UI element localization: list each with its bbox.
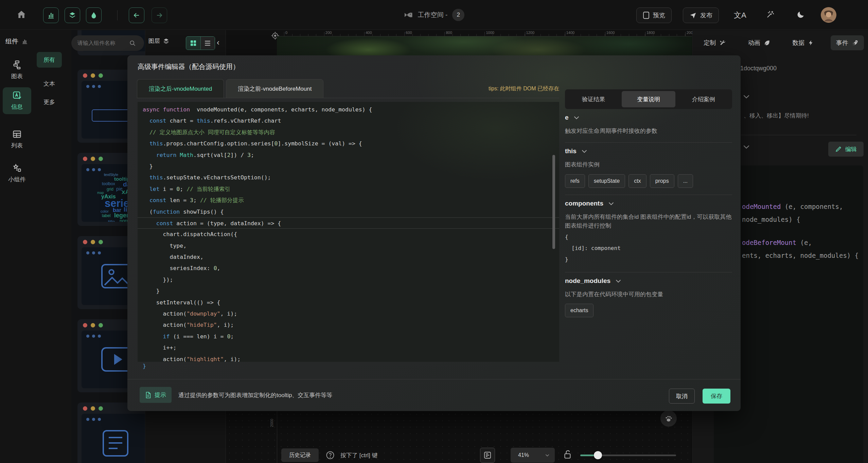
tab-vnode-mounted[interactable]: 渲染之后-vnodeMounted: [137, 79, 224, 98]
editor-scrollbar[interactable]: [552, 155, 555, 249]
section-description: 当前大屏内所有组件的集合id 图表组件中的配置id，可以获取其他图表组件进行控制: [565, 213, 732, 231]
code-fragment: odeMounted (e, components,: [742, 203, 843, 210]
avatar[interactable]: [821, 7, 836, 23]
edit-code-button[interactable]: 编辑: [828, 142, 864, 157]
code-line: this.setupState.vEchartsSetOption();: [138, 172, 559, 183]
zoom-level-select[interactable]: 41%: [511, 448, 555, 463]
lock-open-icon[interactable]: [563, 450, 572, 459]
category-text[interactable]: 文本: [37, 76, 62, 91]
chevron-down-icon[interactable]: [742, 142, 751, 151]
sidebar-item-list[interactable]: 列表: [3, 126, 31, 153]
section-header-node_modules[interactable]: node_modules: [565, 277, 732, 285]
save-button[interactable]: 保存: [703, 389, 730, 404]
sidebar-item-widgets[interactable]: 小组件: [3, 160, 31, 187]
tab-animation[interactable]: 动画: [743, 35, 776, 50]
tab-data[interactable]: 数据: [787, 35, 819, 50]
magic-wand-icon[interactable]: [765, 10, 775, 20]
send-icon: [689, 12, 697, 19]
help-circle-icon[interactable]: [325, 450, 335, 460]
layers-icon: [163, 38, 170, 44]
list-view-button[interactable]: [200, 37, 215, 50]
toolbar-divider: [117, 10, 118, 20]
pen-tool-button[interactable]: [86, 7, 102, 23]
ruler-tick-label: 200: [325, 31, 332, 35]
variable-tag[interactable]: ctx: [628, 174, 646, 188]
component-id-text: 1doctqwg000: [740, 65, 777, 72]
canvas-preview-map: [277, 36, 692, 56]
layers-label: 图层: [148, 37, 160, 45]
settings-tabs: 定制动画数据事件: [696, 33, 866, 53]
widget-icon: [12, 163, 22, 173]
tab-events[interactable]: 事件: [831, 35, 864, 50]
section-header-e[interactable]: e: [565, 114, 732, 121]
cloud-word: title: [108, 219, 115, 222]
tab-validation-result[interactable]: 验证结果: [567, 91, 620, 107]
tab-customize[interactable]: 定制: [698, 35, 731, 50]
section-tags: refssetupStatectxprops...: [565, 174, 732, 188]
layout-align-button[interactable]: [480, 448, 495, 463]
section-description: 触发对应生命周期事件时接收的参数: [565, 127, 732, 136]
layers-tool-button[interactable]: [65, 7, 80, 23]
closing-brace: }: [143, 363, 146, 369]
file-icon: [145, 392, 151, 398]
edit-label: 编辑: [845, 145, 857, 153]
category-all[interactable]: 所有: [37, 52, 62, 68]
tab-intro-examples[interactable]: 介绍案例: [677, 91, 730, 107]
collapse-panel-arrow[interactable]: ‹: [217, 38, 219, 47]
tab-variable-docs[interactable]: 变量说明: [622, 91, 675, 107]
variables-sections: e触发对应生命周期事件时接收的参数this图表组件实例refssetupStat…: [565, 114, 732, 317]
drop-icon: [90, 11, 98, 19]
code-line: });: [138, 274, 559, 285]
search-input[interactable]: [71, 40, 129, 46]
variable-tag[interactable]: refs: [565, 174, 585, 188]
component-card-document[interactable]: [77, 403, 145, 463]
left-nav-panel: 组件 图表信息列表小组件 所有文本更多: [0, 30, 71, 463]
home-icon[interactable]: [16, 10, 26, 20]
card-preview: [82, 414, 145, 463]
vertical-ruler: [277, 411, 277, 463]
zoom-value: 41%: [518, 452, 529, 458]
sidebar-item-label: 小组件: [8, 176, 26, 183]
history-button[interactable]: 历史记录: [281, 448, 319, 462]
fish-icon: [404, 11, 413, 19]
undo-button[interactable]: [129, 7, 144, 23]
tip-text: 通过提供的参数可为图表增加定制化的tooltip、交互事件等等: [178, 391, 332, 399]
slider-thumb[interactable]: [594, 451, 602, 459]
top-bar: 工作空间 - 2 预览 发布 文A: [0, 0, 868, 30]
tab-vnode-before-mount[interactable]: 渲染之前-vnodeBeforeMount: [226, 79, 323, 98]
publish-button[interactable]: 发布: [683, 7, 719, 23]
sidebar-item-info[interactable]: 信息: [3, 87, 31, 114]
variable-tag[interactable]: setupState: [588, 174, 625, 188]
tab-label: 动画: [748, 39, 760, 47]
section-header-this[interactable]: this: [565, 147, 732, 155]
editor-tabs: 渲染之后-vnodeMounted渲染之前-vnodeBeforeMount: [137, 79, 323, 98]
cancel-button[interactable]: 取消: [669, 389, 695, 404]
sidebar-item-charts[interactable]: 图表: [3, 57, 31, 84]
code-editor[interactable]: async function vnodeMounted(e, component…: [138, 102, 559, 362]
cloud-word: grid: [107, 187, 113, 191]
code-line: return Math.sqrt(val[2]) / 3;: [138, 149, 559, 161]
section-header-components[interactable]: components: [565, 200, 732, 207]
publish-label: 发布: [700, 11, 712, 19]
variable-tag[interactable]: echarts: [565, 304, 594, 317]
grid-view-button[interactable]: [186, 37, 200, 50]
translate-icon[interactable]: 文A: [734, 10, 746, 20]
bolt-icon: [808, 39, 814, 46]
preview-button[interactable]: 预览: [636, 7, 672, 23]
code-line: action("hideTip", i);: [138, 319, 559, 331]
zoom-slider[interactable]: [580, 455, 676, 456]
variable-tag[interactable]: ...: [678, 174, 693, 188]
dark-mode-moon-icon[interactable]: [796, 10, 805, 19]
chevron-down-icon[interactable]: [742, 92, 751, 101]
category-more[interactable]: 更多: [37, 94, 62, 110]
paw-button[interactable]: [660, 410, 677, 427]
code-line: async function vnodeMounted(e, component…: [138, 104, 559, 115]
bar-chart-icon: [47, 11, 55, 19]
variable-tag[interactable]: props: [650, 174, 674, 188]
code-line: type,: [138, 240, 559, 251]
horizontal-ruler: 0200400600800100012001400160018002000: [277, 30, 692, 36]
chevron-down-icon: [615, 277, 622, 285]
redo-button[interactable]: [152, 7, 167, 23]
code-fragment: node_modules) {: [742, 216, 800, 223]
chart-tool-button[interactable]: [43, 7, 59, 23]
